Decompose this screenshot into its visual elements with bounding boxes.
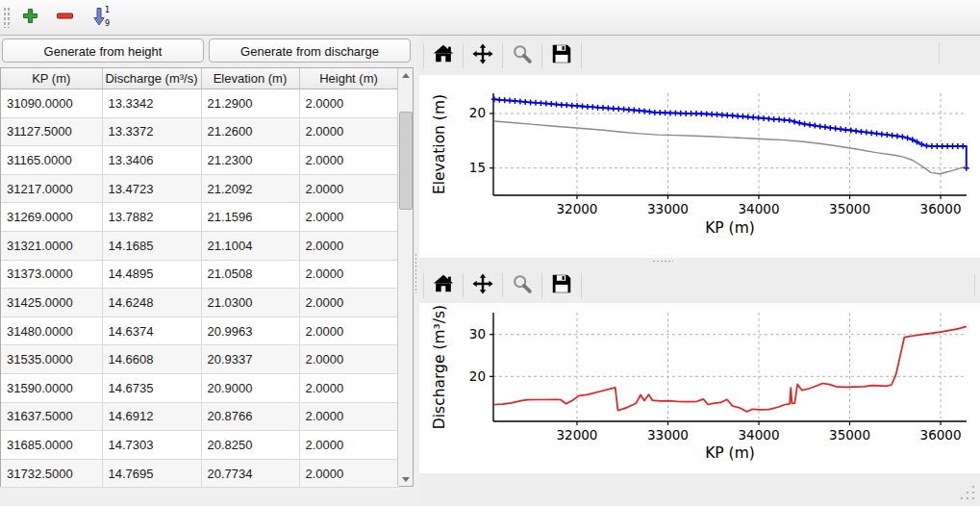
table-cell[interactable]: 13.3372: [102, 117, 201, 146]
table-row[interactable]: 31637.500014.691220.87662.0000: [1, 402, 398, 431]
table-cell[interactable]: 31321.0000: [1, 231, 102, 260]
discharge-chart-toolbar: [419, 267, 980, 303]
svg-text:20: 20: [469, 368, 486, 384]
table-cell[interactable]: 2.0000: [299, 459, 398, 488]
table-cell[interactable]: 31480.0000: [1, 316, 102, 345]
table-cell[interactable]: 20.8250: [201, 431, 299, 460]
table-cell[interactable]: 14.7303: [102, 431, 201, 460]
table-cell[interactable]: 20.9963: [201, 316, 299, 345]
remove-row-button[interactable]: [51, 5, 78, 30]
table-cell[interactable]: 31590.0000: [1, 373, 102, 402]
table-cell[interactable]: 2.0000: [299, 373, 398, 402]
table-cell[interactable]: 21.2092: [201, 174, 299, 203]
table-cell[interactable]: 20.9337: [201, 345, 299, 374]
home-button[interactable]: [428, 41, 459, 70]
table-row[interactable]: 31090.000013.334221.29002.0000: [1, 89, 398, 118]
table-cell[interactable]: 13.7882: [102, 203, 201, 232]
table-cell[interactable]: 14.1685: [102, 231, 201, 260]
table-cell[interactable]: 31165.0000: [1, 146, 102, 175]
table-cell[interactable]: 2.0000: [299, 402, 398, 431]
table-cell[interactable]: 20.9000: [201, 373, 299, 402]
generate-from-height-button[interactable]: Generate from height: [2, 38, 204, 63]
table-cell[interactable]: 20.7734: [201, 459, 299, 488]
pan-button[interactable]: [467, 271, 498, 300]
table-cell[interactable]: 2.0000: [299, 203, 398, 232]
table-cell[interactable]: 20.8766: [201, 402, 299, 431]
table-row[interactable]: 31165.000013.340621.23002.0000: [1, 146, 398, 175]
col-header-kp[interactable]: KP (m): [1, 68, 102, 89]
home-button[interactable]: [428, 271, 459, 300]
add-row-button[interactable]: [16, 5, 43, 30]
table-row[interactable]: 31217.000013.472321.20922.0000: [1, 174, 398, 203]
table-cell[interactable]: 14.6248: [102, 289, 201, 317]
table-cell[interactable]: 13.4723: [102, 174, 201, 203]
table-row[interactable]: 31321.000014.168521.10042.0000: [1, 231, 398, 260]
table-cell[interactable]: 14.6374: [102, 316, 201, 345]
scroll-up-button[interactable]: [398, 68, 413, 82]
table-cell[interactable]: 31269.0000: [1, 203, 102, 232]
table-cell[interactable]: 14.6912: [102, 402, 201, 431]
table-row[interactable]: 31732.500014.769520.77342.0000: [1, 459, 398, 488]
zoom-button[interactable]: [507, 271, 538, 300]
table-cell[interactable]: 2.0000: [299, 431, 398, 460]
table-cell[interactable]: 2.0000: [299, 174, 398, 203]
col-header-discharge[interactable]: Discharge (m³/s): [102, 68, 201, 89]
magnifier-icon: [511, 42, 534, 68]
table-row[interactable]: 31373.000014.489521.05082.0000: [1, 260, 398, 289]
table-row[interactable]: 31590.000014.673520.90002.0000: [1, 373, 398, 402]
table-cell[interactable]: 2.0000: [299, 260, 398, 289]
save-button[interactable]: [546, 41, 577, 70]
chart-splitter[interactable]: [419, 258, 980, 267]
table-cell[interactable]: 21.1596: [201, 203, 299, 232]
save-button[interactable]: [546, 271, 577, 300]
table-cell[interactable]: 31090.0000: [1, 89, 102, 118]
table-cell[interactable]: 31685.0000: [1, 431, 102, 460]
zoom-button[interactable]: [507, 41, 538, 70]
table-cell[interactable]: 31535.0000: [1, 345, 102, 374]
generate-from-discharge-button[interactable]: Generate from discharge: [209, 38, 411, 63]
table-cell[interactable]: 31732.5000: [1, 459, 102, 488]
table-cell[interactable]: 14.6608: [102, 345, 201, 374]
col-header-height[interactable]: Height (m): [299, 68, 398, 89]
table-cell[interactable]: 2.0000: [299, 316, 398, 345]
table-cell[interactable]: 14.6735: [102, 373, 201, 402]
table-cell[interactable]: 2.0000: [299, 117, 398, 146]
pan-button[interactable]: [467, 41, 498, 70]
col-header-elevation[interactable]: Elevation (m): [201, 68, 299, 89]
scrollbar-thumb[interactable]: [399, 112, 413, 210]
table-cell[interactable]: 21.2300: [201, 146, 299, 175]
table-cell[interactable]: 21.0508: [201, 260, 299, 289]
panel-splitter[interactable]: [413, 36, 419, 506]
table-row[interactable]: 31425.000014.624821.03002.0000: [1, 289, 398, 317]
table-cell[interactable]: 31373.0000: [1, 260, 102, 289]
table-cell[interactable]: 2.0000: [299, 231, 398, 260]
window-size-grip[interactable]: [960, 485, 976, 501]
table-cell[interactable]: 21.1004: [201, 231, 299, 260]
table-cell[interactable]: 31425.0000: [1, 289, 102, 317]
table-cell[interactable]: 21.0300: [201, 289, 299, 317]
table-cell[interactable]: 2.0000: [299, 89, 398, 118]
table-cell[interactable]: 2.0000: [299, 345, 398, 374]
table-cell[interactable]: 14.4895: [102, 260, 201, 289]
table-scrollbar[interactable]: [397, 68, 413, 486]
table-cell[interactable]: 31217.0000: [1, 174, 102, 203]
table-cell[interactable]: 2.0000: [299, 146, 398, 175]
table-cell[interactable]: 21.2600: [201, 117, 299, 146]
table-cell[interactable]: 2.0000: [299, 289, 398, 317]
table-cell[interactable]: 14.7695: [102, 459, 201, 488]
table-cell[interactable]: 31637.5000: [1, 402, 102, 431]
table-cell[interactable]: 13.3342: [102, 89, 201, 118]
elevation-chart-canvas[interactable]: 32000330003400035000360001520KP (m)Eleva…: [419, 75, 980, 258]
table-cell[interactable]: 13.3406: [102, 146, 201, 175]
table-row[interactable]: 31127.500013.337221.26002.0000: [1, 117, 398, 146]
table-cell[interactable]: 21.2900: [201, 89, 299, 118]
table-row[interactable]: 31535.000014.660820.93372.0000: [1, 345, 398, 374]
discharge-chart-canvas[interactable]: 32000330003400035000360002030KP (m)Disch…: [419, 303, 980, 473]
table-row[interactable]: 31269.000013.788221.15962.0000: [1, 203, 398, 232]
toolbar-drag-handle[interactable]: [3, 7, 10, 28]
table-row[interactable]: 31480.000014.637420.99632.0000: [1, 316, 398, 345]
table-cell[interactable]: 31127.5000: [1, 117, 102, 146]
table-row[interactable]: 31685.000014.730320.82502.0000: [1, 431, 398, 460]
sort-rows-button[interactable]: 1 9: [87, 5, 113, 30]
scroll-down-button[interactable]: [398, 472, 413, 486]
